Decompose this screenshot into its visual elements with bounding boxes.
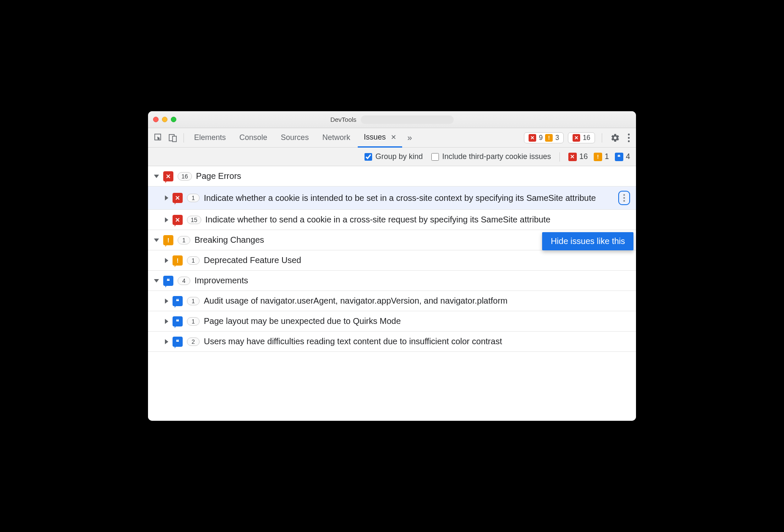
tab-issues[interactable]: Issues ✕ <box>358 128 402 148</box>
expand-icon <box>165 319 168 324</box>
issues-list: ✕16Page Errors✕1Indicate whether a cooki… <box>148 166 636 421</box>
titlebar: DevTools <box>148 111 636 128</box>
expand-icon <box>154 279 159 282</box>
count-pill: 2 <box>187 337 200 346</box>
info-category-icon: ❝ <box>163 276 173 286</box>
info-category-icon: ❝ <box>173 337 183 347</box>
group-label: Page Errors <box>196 170 630 182</box>
window-close-button[interactable] <box>153 117 159 122</box>
checkbox-input[interactable] <box>365 153 372 161</box>
error-category-icon: ✕ <box>173 193 183 203</box>
settings-icon[interactable] <box>609 132 622 144</box>
close-icon[interactable]: ✕ <box>391 133 396 141</box>
tab-label: Issues <box>364 133 386 142</box>
warning-icon: ! <box>545 134 553 142</box>
separator <box>184 133 184 143</box>
more-options-icon[interactable] <box>626 133 632 143</box>
inspect-element-icon[interactable] <box>152 132 165 144</box>
options-bar: Group by kind Include third-party cookie… <box>148 148 636 166</box>
info-category-icon: ❝ <box>173 316 183 326</box>
tab-sources[interactable]: Sources <box>275 128 315 148</box>
more-tabs-icon[interactable]: » <box>404 133 415 143</box>
svg-rect-2 <box>173 136 176 142</box>
tooltip-label: Hide issues like this <box>551 236 625 246</box>
issue-text: Deprecated Feature Used <box>204 255 630 266</box>
group-header[interactable]: ❝4Improvements <box>148 271 636 291</box>
warn-category-icon: ! <box>173 255 183 266</box>
error-icon: ✕ <box>529 134 536 142</box>
issue-text: Page layout may be unexpected due to Qui… <box>204 315 630 327</box>
count-pill: 16 <box>178 172 192 181</box>
svg-point-4 <box>628 137 630 138</box>
tab-label: Elements <box>194 133 226 142</box>
checkbox-label: Group by kind <box>376 152 423 161</box>
issues-status-pill[interactable]: ✕ 16 <box>568 132 595 143</box>
issue-error-icon: ✕ <box>573 134 580 142</box>
expand-icon <box>154 239 159 242</box>
error-category-icon: ✕ <box>173 215 183 225</box>
separator <box>602 133 602 143</box>
svg-point-5 <box>628 140 630 142</box>
window-controls <box>153 117 176 122</box>
expand-icon <box>165 299 168 304</box>
issue-text: Audit usage of navigator.userAgent, navi… <box>204 295 630 307</box>
window-title: DevTools <box>330 116 356 123</box>
count-pill: 1 <box>187 297 200 305</box>
error-count[interactable]: ✕16 <box>568 152 588 161</box>
issue-error-count: 16 <box>583 134 590 142</box>
issue-row[interactable]: ❝1Page layout may be unexpected due to Q… <box>148 311 636 332</box>
info-category-icon: ❝ <box>173 296 183 306</box>
hide-issues-tooltip[interactable]: Hide issues like this <box>542 232 633 250</box>
issue-row[interactable]: !1Deprecated Feature Used <box>148 250 636 271</box>
svg-point-3 <box>628 133 630 135</box>
count-pill: 1 <box>187 256 200 265</box>
issue-text: Indicate whether to send a cookie in a c… <box>206 214 630 225</box>
expand-icon <box>154 175 159 178</box>
expand-icon <box>165 195 168 200</box>
tab-elements[interactable]: Elements <box>188 128 232 148</box>
checkbox-input[interactable] <box>431 153 439 161</box>
tabbar-right: ✕ 9 ! 3 ✕ 16 <box>524 132 632 144</box>
tab-label: Network <box>322 133 350 142</box>
count-pill: 1 <box>187 194 200 202</box>
issue-row[interactable]: ✕1Indicate whether a cookie is intended … <box>148 186 636 210</box>
warning-icon: ! <box>594 153 602 161</box>
tab-console[interactable]: Console <box>233 128 273 148</box>
count-pill: 4 <box>178 277 190 285</box>
expand-icon <box>165 217 168 222</box>
error-icon: ✕ <box>568 153 577 161</box>
issue-options-icon[interactable] <box>618 191 630 205</box>
issue-type-counts: ✕16 !1 ❝4 <box>568 152 630 161</box>
count-pill: 1 <box>178 236 190 244</box>
expand-icon <box>165 258 168 263</box>
count-pill: 15 <box>187 216 201 224</box>
error-category-icon: ✕ <box>163 171 173 181</box>
info-icon: ❝ <box>615 153 623 161</box>
count-pill: 1 <box>187 317 200 326</box>
include-third-party-checkbox[interactable]: Include third-party cookie issues <box>431 152 551 161</box>
group-label: Improvements <box>195 275 630 286</box>
devtools-window: DevTools Elements Console Sources Networ… <box>148 111 636 421</box>
issue-text: Users may have difficulties reading text… <box>204 336 630 347</box>
tab-label: Sources <box>281 133 309 142</box>
separator <box>559 152 560 162</box>
expand-icon <box>165 339 168 344</box>
warn-category-icon: ! <box>163 235 173 245</box>
issue-text: Indicate whether a cookie is intended to… <box>204 192 611 204</box>
group-by-kind-checkbox[interactable]: Group by kind <box>365 152 423 161</box>
info-count[interactable]: ❝4 <box>615 152 630 161</box>
group-header[interactable]: ✕16Page Errors <box>148 166 636 186</box>
issue-row[interactable]: ❝1Audit usage of navigator.userAgent, na… <box>148 291 636 311</box>
issue-row[interactable]: ❝2Users may have difficulties reading te… <box>148 332 636 352</box>
issue-row[interactable]: ✕15Indicate whether to send a cookie in … <box>148 210 636 230</box>
window-maximize-button[interactable] <box>171 117 176 122</box>
device-toolbar-icon[interactable] <box>167 132 179 144</box>
console-status-pill[interactable]: ✕ 9 ! 3 <box>524 132 564 143</box>
tabbar: Elements Console Sources Network Issues … <box>148 128 636 148</box>
window-minimize-button[interactable] <box>162 117 167 122</box>
warning-count: 3 <box>555 134 559 142</box>
checkbox-label: Include third-party cookie issues <box>442 152 551 161</box>
tab-label: Console <box>239 133 267 142</box>
tab-network[interactable]: Network <box>316 128 356 148</box>
warn-count[interactable]: !1 <box>594 152 609 161</box>
